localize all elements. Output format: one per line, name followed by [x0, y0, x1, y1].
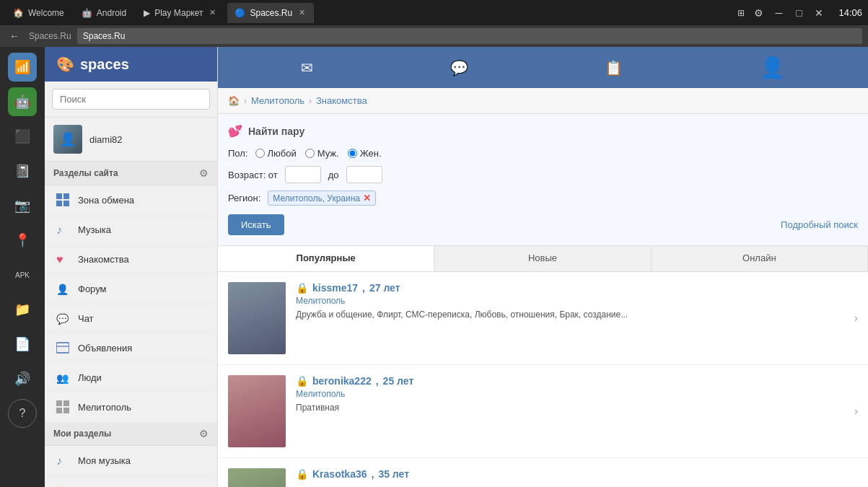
- profile-card-1[interactable]: 🔒 kissme17, 27 лет Мелитополь Дружба и о…: [218, 272, 868, 365]
- profile-arrow-2: ›: [854, 405, 858, 418]
- my-sections-gear-icon[interactable]: ⚙: [199, 428, 209, 439]
- gender-label: Пол:: [228, 148, 248, 159]
- wifi-app-icon[interactable]: 📶: [8, 53, 37, 82]
- nav-item-forum[interactable]: 👤 Форум: [45, 274, 217, 304]
- profile-name-3: 🔒 Krasotka36, 35 лет: [296, 468, 844, 480]
- tab-online[interactable]: Онлайн: [652, 246, 868, 271]
- address-bar: ← Spaces.Ru: [0, 25, 868, 47]
- nav-label-dating: Знакомства: [78, 254, 129, 265]
- radio-any[interactable]: Любой: [255, 148, 297, 159]
- minimize-button[interactable]: ─: [772, 6, 785, 19]
- tab-playmarket-close[interactable]: ✕: [207, 8, 217, 18]
- tab-spaces-close[interactable]: ✕: [297, 8, 307, 18]
- camera-app-icon[interactable]: 📷: [8, 191, 37, 220]
- spaces-search-input[interactable]: [52, 89, 210, 110]
- layers-app-icon[interactable]: ⬛: [8, 122, 37, 151]
- clock: 14:06: [838, 7, 862, 18]
- sections-gear-icon[interactable]: ⚙: [199, 167, 209, 179]
- mail-topnav-icon[interactable]: ✉: [286, 56, 328, 79]
- help-app-icon[interactable]: ?: [8, 399, 37, 428]
- my-sections-title: Мои разделы: [53, 429, 111, 439]
- breadcrumb: 🏠 › Мелитополь › Знакомства: [218, 88, 868, 114]
- playmarket-icon: ▶: [144, 8, 150, 18]
- tab-welcome[interactable]: 🏠 Welcome: [6, 3, 71, 23]
- svg-rect-13: [56, 408, 62, 413]
- doc-app-icon[interactable]: 📄: [8, 330, 37, 359]
- nav-label-chat: Чат: [78, 313, 94, 324]
- volume-app-icon[interactable]: 🔊: [8, 364, 37, 393]
- camera-symbol: 📷: [14, 198, 30, 214]
- maximize-button[interactable]: □: [792, 6, 805, 19]
- spaces-logo: 🎨 spaces: [45, 47, 217, 82]
- nav-item-chat[interactable]: 💬 Чат: [45, 304, 217, 333]
- nav-item-mymusic[interactable]: ♪ Моя музыка: [45, 446, 217, 475]
- radio-female-input[interactable]: [348, 149, 357, 158]
- ads-icon: [55, 340, 71, 356]
- apk-app-icon[interactable]: APK: [8, 260, 37, 289]
- radio-any-input[interactable]: [255, 149, 265, 158]
- nav-item-people[interactable]: 👥 Люди: [45, 363, 217, 392]
- nav-item-music[interactable]: ♪ Музыка: [45, 215, 217, 245]
- welcome-icon: 🏠: [13, 8, 24, 18]
- tab-spaces[interactable]: 🔵 Spaces.Ru ✕: [227, 3, 314, 23]
- settings-icon[interactable]: ⚙: [752, 6, 765, 19]
- radio-male-input[interactable]: [305, 149, 315, 158]
- nav-item-dating[interactable]: ♥ Знакомства: [45, 245, 217, 274]
- region-remove-button[interactable]: ✕: [363, 193, 371, 203]
- search-actions: Искать Подробный поиск: [228, 214, 858, 235]
- breadcrumb-section[interactable]: Знакомства: [316, 95, 367, 106]
- nav-item-ads[interactable]: Объявления: [45, 333, 217, 363]
- spaces-content: ✉ 💬 📋 👤 🏠 › Мелитополь › Знакомства: [218, 47, 868, 487]
- android-tab-icon: 🤖: [82, 8, 92, 18]
- layers-symbol: ⬛: [14, 128, 30, 144]
- chat-topnav-icon[interactable]: 💬: [436, 56, 483, 79]
- tab-android[interactable]: 🤖 Android: [74, 3, 133, 23]
- folder-app-icon[interactable]: 📁: [8, 295, 37, 324]
- notes-symbol: 📓: [14, 163, 30, 179]
- address-input[interactable]: [77, 28, 862, 44]
- search-panel-title: 💕 Найти пару: [228, 124, 858, 138]
- radio-male-label: Муж.: [317, 148, 339, 159]
- main-layout: 📶 🤖 ⬛ 📓 📷 📍 APK 📁: [0, 47, 868, 487]
- breadcrumb-home[interactable]: 🏠: [228, 95, 240, 106]
- radio-male[interactable]: Муж.: [305, 148, 339, 159]
- nav-label-ads: Объявления: [78, 343, 132, 354]
- location-app-icon[interactable]: 📍: [8, 226, 37, 255]
- spaces-logo-icon: 🎨: [56, 56, 74, 73]
- svg-rect-11: [56, 400, 62, 406]
- nav-item-melitopol[interactable]: Мелитополь: [45, 392, 217, 422]
- nav-label-people: Люди: [78, 372, 102, 383]
- avatar: 👤: [53, 125, 82, 154]
- radio-female[interactable]: Жен.: [348, 148, 382, 159]
- zona-icon: [55, 192, 71, 208]
- wifi-symbol: 📶: [14, 59, 30, 75]
- nav-item-zona[interactable]: Зона обмена: [45, 185, 217, 215]
- profile-photo-1: [228, 282, 286, 354]
- age-to-input[interactable]: [346, 166, 382, 183]
- close-button[interactable]: ✕: [812, 6, 825, 19]
- region-tag: Мелитополь, Украина ✕: [268, 190, 376, 206]
- svg-rect-2: [56, 201, 62, 206]
- tab-new[interactable]: Новые: [434, 246, 651, 271]
- profile-topnav-icon[interactable]: 👤: [745, 53, 799, 82]
- advanced-search-link[interactable]: Подробный поиск: [781, 219, 858, 230]
- tab-popular[interactable]: Популярные: [218, 246, 434, 271]
- tab-playmarket[interactable]: ▶ Play Маркет ✕: [136, 3, 224, 23]
- profile-card-2[interactable]: 🔒 beronika222, 25 лет Мелитополь Пративн…: [218, 365, 868, 458]
- back-button[interactable]: ←: [6, 29, 23, 43]
- svg-rect-1: [63, 193, 69, 199]
- notes-app-icon[interactable]: 📓: [8, 157, 37, 185]
- nav-label-bookmarks: Закладки: [78, 485, 118, 488]
- breadcrumb-city[interactable]: Мелитополь: [251, 95, 304, 106]
- app-sidebar: 📶 🤖 ⬛ 📓 📷 📍 APK 📁: [0, 47, 45, 487]
- profile-card-3[interactable]: 🔒 Krasotka36, 35 лет ›: [218, 458, 868, 487]
- doc-symbol: 📄: [14, 336, 30, 352]
- user-name: diami82: [89, 134, 123, 145]
- search-button[interactable]: Искать: [228, 214, 284, 235]
- spaces-left-nav: 🎨 spaces 👤 diami82 Разделы сайта: [45, 47, 218, 487]
- android-app-icon[interactable]: 🤖: [8, 87, 37, 116]
- docs-topnav-icon[interactable]: 📋: [590, 56, 637, 79]
- nav-item-bookmarks[interactable]: ★ Закладки: [45, 475, 217, 487]
- user-row[interactable]: 👤 diami82: [45, 118, 217, 162]
- age-from-input[interactable]: [285, 166, 321, 183]
